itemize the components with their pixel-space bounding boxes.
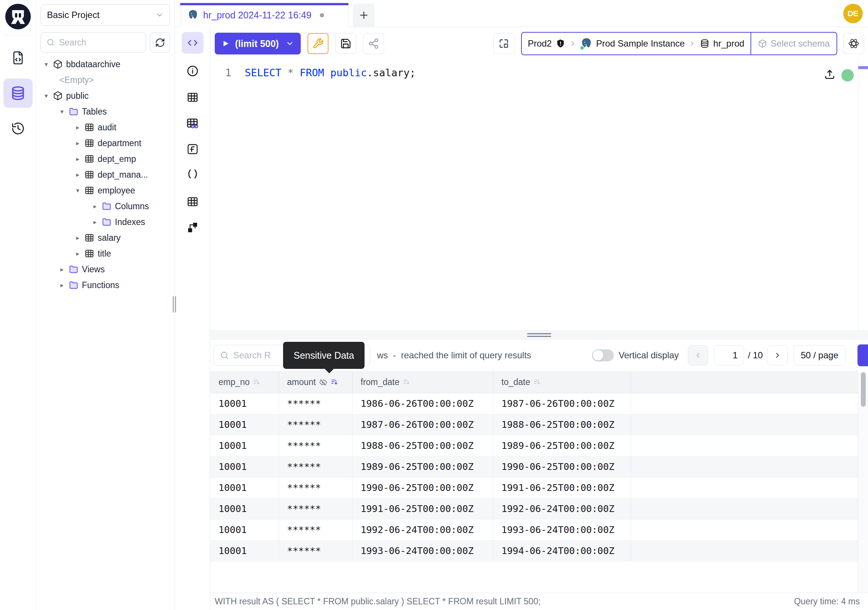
table-scrollbar-thumb[interactable] (861, 372, 866, 407)
results-resize-bar[interactable] (210, 331, 868, 340)
chevron-right-icon[interactable]: ▸ (74, 139, 81, 147)
next-page-button[interactable] (767, 345, 787, 365)
chevron-right-icon[interactable]: ▸ (91, 218, 98, 226)
tree-item-audit[interactable]: ▸ audit (40, 120, 170, 135)
chevron-right-icon[interactable]: ▸ (74, 250, 81, 258)
editor-scrollbar[interactable] (858, 60, 868, 331)
drag-grip-icon[interactable] (527, 333, 551, 338)
file-code-icon (11, 51, 25, 65)
tree-item-department[interactable]: ▸ department (40, 135, 170, 151)
column-header-emp-no[interactable]: emp_no (210, 371, 279, 393)
connection-breadcrumb[interactable]: Prod2 Prod Sample Instance (521, 32, 837, 55)
procedures-panel-button[interactable] (182, 166, 203, 182)
tab-hr-prod[interactable]: hr_prod 2024-11-22 16:49 (180, 3, 349, 27)
admin-mode-button[interactable] (307, 33, 329, 54)
upload-sheet-button[interactable] (824, 68, 836, 81)
main-area: hr_prod 2024-11-22 16:49 + DE (175, 0, 868, 610)
tree-item-columns[interactable]: ▸ Columns (40, 198, 170, 214)
table-row[interactable]: 10001******1991-06-25T00:00:00Z1992-06-2… (210, 498, 858, 520)
tree-item-empty: <Empty> (40, 72, 170, 88)
tables-panel-button[interactable] (182, 90, 203, 105)
new-tab-button[interactable]: + (353, 3, 375, 27)
chevron-right-icon[interactable]: ▸ (91, 202, 98, 210)
chevron-down-icon[interactable]: ▾ (74, 187, 81, 194)
tree-item-salary[interactable]: ▸ salary (40, 230, 170, 246)
run-button[interactable]: (limit 500) (215, 33, 301, 54)
external-tables-panel-button[interactable] (182, 194, 203, 209)
project-select[interactable]: Basic Project (40, 5, 170, 26)
explorer-panel: Basic Project ▾ bbdataarchive (36, 0, 175, 610)
share-icon (368, 38, 379, 49)
worksheets-nav-button[interactable] (3, 43, 33, 73)
sql-code: SELECT * FROM public.salary; (245, 66, 415, 80)
query-time: Query time: 4 ms (794, 596, 860, 607)
code-panel-toggle[interactable] (182, 32, 203, 54)
database-icon (700, 39, 710, 48)
sql-editor[interactable]: 1 SELECT * FROM public.salary; (210, 60, 868, 331)
schema-select[interactable]: Select schema (750, 33, 837, 54)
table-row[interactable]: 10001******1989-06-25T00:00:00Z1990-06-2… (210, 456, 858, 477)
tree-item-title[interactable]: ▸ title (40, 246, 170, 261)
table-row[interactable]: 10001******1993-06-24T00:00:00Z1994-06-2… (210, 540, 858, 562)
chevron-down-icon[interactable]: ▾ (43, 61, 50, 68)
chevron-right-icon[interactable]: ▸ (59, 265, 65, 273)
table-icon (187, 196, 198, 208)
explorer-resize-handle[interactable] (173, 296, 176, 312)
table-masking-icon (186, 117, 199, 130)
tree-item-functions[interactable]: ▸ Functions (40, 277, 170, 293)
functions-panel-button[interactable] (182, 141, 203, 157)
batch-query-button[interactable] (493, 33, 515, 54)
table-scrollbar[interactable] (858, 371, 868, 593)
sort-icon[interactable] (331, 378, 339, 386)
sort-icon[interactable] (253, 378, 261, 386)
column-header-from-date[interactable]: from_date (352, 371, 493, 393)
sort-icon[interactable] (403, 378, 411, 386)
chevron-right-icon[interactable]: ▸ (74, 171, 81, 179)
schema-cube-icon (53, 59, 63, 69)
history-nav-button[interactable] (3, 114, 33, 143)
chevron-down-icon[interactable]: ▾ (59, 108, 65, 116)
chevron-right-icon[interactable]: ▸ (74, 234, 81, 242)
chevron-right-icon[interactable]: ▸ (74, 124, 81, 132)
vertical-display-label: Vertical display (619, 350, 679, 360)
explorer-search-box[interactable] (40, 32, 146, 53)
chevron-right-icon[interactable]: ▸ (74, 155, 81, 163)
table-row[interactable]: 10001******1986-06-26T00:00:00Z1987-06-2… (210, 393, 858, 414)
column-header-amount[interactable]: amount (279, 371, 352, 393)
tree-item-views[interactable]: ▸ Views (40, 261, 170, 277)
table-row[interactable]: 10001******1992-06-24T00:00:00Z1993-06-2… (210, 520, 858, 540)
database-nav-button[interactable] (3, 79, 33, 108)
results-table-area: emp_no amount from_date to_date 10001***… (210, 371, 868, 593)
tree-item-indexes[interactable]: ▸ Indexes (40, 214, 170, 230)
bytebase-logo-icon[interactable] (5, 4, 31, 29)
schema-diagram-panel-button[interactable] (182, 220, 203, 235)
info-panel-button[interactable] (182, 64, 203, 79)
page-size-select[interactable]: 50 / page (794, 345, 845, 365)
user-avatar[interactable]: DE (843, 4, 863, 23)
table-row[interactable]: 10001******1990-06-25T00:00:00Z1991-06-2… (210, 477, 858, 498)
chevron-down-icon[interactable]: ▾ (43, 92, 50, 100)
export-button[interactable] (857, 345, 868, 366)
sort-icon[interactable] (533, 378, 542, 386)
tree-item-tables[interactable]: ▾ Tables (40, 104, 170, 120)
tree-item-public[interactable]: ▾ public (40, 88, 170, 104)
prev-page-button[interactable] (688, 345, 708, 365)
table-row[interactable]: 10001******1988-06-25T00:00:00Z1989-06-2… (210, 435, 858, 456)
tree-item-employee[interactable]: ▾ employee (40, 183, 170, 198)
tree-item-bbdataarchive[interactable]: ▾ bbdataarchive (40, 56, 170, 72)
save-button[interactable] (335, 33, 356, 54)
masked-eye-off-icon (319, 378, 327, 386)
column-header-to-date[interactable]: to_date (493, 371, 631, 393)
tree-item-dept-emp[interactable]: ▸ dept_emp (40, 151, 170, 167)
share-button[interactable] (363, 33, 384, 54)
ai-assistant-button[interactable] (843, 33, 864, 54)
table-row[interactable]: 10001******1987-06-26T00:00:00Z1988-06-2… (210, 414, 858, 435)
tree-item-dept-manager[interactable]: ▸ dept_mana... (40, 167, 170, 183)
page-input[interactable] (714, 345, 744, 365)
chevron-right-icon[interactable]: ▸ (59, 281, 65, 289)
run-options-chevron-icon[interactable] (286, 39, 294, 48)
refresh-button[interactable] (150, 32, 170, 53)
sensitive-columns-panel-button[interactable] (182, 116, 203, 131)
vertical-display-toggle[interactable] (592, 349, 614, 361)
explorer-search-input[interactable] (59, 37, 140, 48)
